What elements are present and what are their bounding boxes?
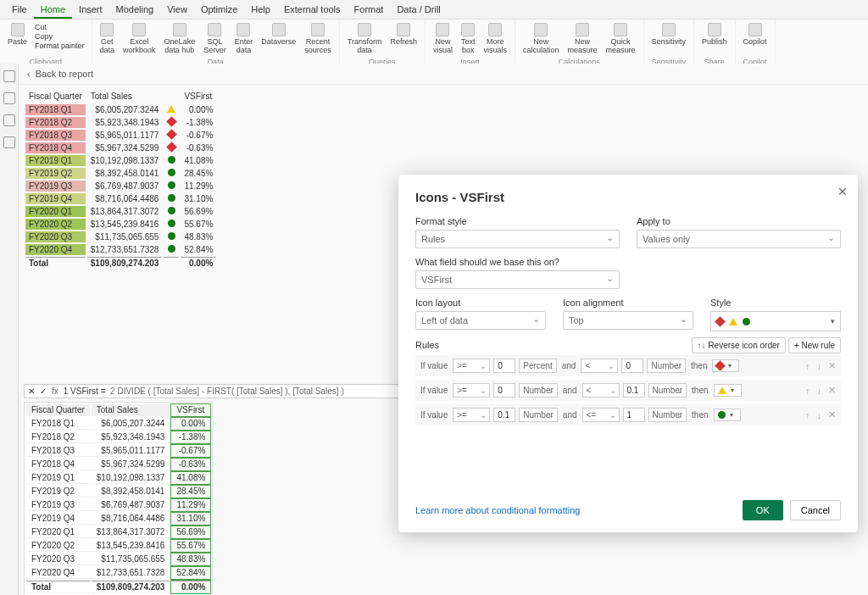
- rule-unit1-select[interactable]: Percent: [519, 359, 556, 373]
- table-row[interactable]: FY2018 Q4$5,967,324.5299-0.63%: [25, 142, 216, 153]
- model-view-icon[interactable]: [3, 114, 15, 126]
- rule-unit2-select[interactable]: Number: [648, 408, 687, 422]
- menu-item-file[interactable]: File: [5, 2, 34, 19]
- menu-item-format[interactable]: Format: [348, 2, 391, 19]
- rule-op2-select[interactable]: <=: [582, 408, 620, 422]
- ribbon-transform-data[interactable]: Transformdata: [343, 21, 387, 57]
- ribbon-sql-server[interactable]: SQLServer: [199, 21, 231, 57]
- rule-unit2-select[interactable]: Number: [648, 383, 687, 398]
- dax-view-icon[interactable]: [3, 136, 15, 148]
- rule-v1-input[interactable]: 0: [493, 383, 515, 398]
- move-down-icon[interactable]: ↓: [815, 386, 824, 396]
- table-row[interactable]: FY2018 Q2$5,923,348.1943-1.38%: [25, 117, 216, 128]
- ribbon-copilot[interactable]: Copilot: [739, 21, 771, 48]
- table-row[interactable]: FY2018 Q1$6,005,207.32440.00%: [25, 104, 216, 115]
- menu-item-datadrill[interactable]: Data / Drill: [390, 2, 447, 19]
- rule-v1-input[interactable]: 0.1: [493, 408, 515, 422]
- menu-item-modeling[interactable]: Modeling: [109, 2, 161, 19]
- menu-item-externaltools[interactable]: External tools: [277, 2, 348, 19]
- table-row[interactable]: FY2020 Q4$12,733,651.732852.84%: [25, 244, 216, 255]
- table-row[interactable]: FY2018 Q3$5,965,011.1177-0.67%: [26, 445, 210, 457]
- menu-item-home[interactable]: Home: [34, 2, 72, 19]
- ribbon-excel-workbook[interactable]: Excelworkbook: [119, 21, 160, 57]
- rule-icon-select[interactable]: [712, 359, 739, 372]
- report-view-icon[interactable]: [3, 70, 15, 82]
- delete-rule-icon[interactable]: ✕: [826, 409, 837, 420]
- formula-commit-icon[interactable]: ✓: [40, 386, 47, 396]
- ribbon-sensitivity[interactable]: Sensitivity: [648, 21, 691, 48]
- ribbon-new-visual[interactable]: Newvisual: [429, 21, 457, 57]
- delete-rule-icon[interactable]: ✕: [826, 360, 837, 371]
- copy-button[interactable]: Copy: [35, 32, 85, 41]
- rule-v2-input[interactable]: 0.1: [623, 383, 645, 398]
- table-row[interactable]: FY2020 Q1$13,864,317.307256.69%: [26, 526, 210, 538]
- table-row[interactable]: FY2020 Q2$13,545,239.841655.67%: [25, 219, 216, 230]
- rule-v2-input[interactable]: 1: [623, 408, 645, 422]
- table-view-icon[interactable]: [3, 92, 15, 104]
- rule-op1-select[interactable]: >=: [453, 408, 490, 422]
- paste-button[interactable]: Paste: [3, 21, 31, 48]
- format-style-select[interactable]: Rules: [415, 230, 620, 248]
- table-row[interactable]: FY2019 Q2$8,392,458.014128.45%: [25, 168, 216, 179]
- style-select[interactable]: [710, 311, 841, 331]
- table-row[interactable]: FY2018 Q4$5,967,324.5299-0.63%: [26, 459, 210, 470]
- rule-unit2-select[interactable]: Number: [647, 359, 686, 373]
- menu-item-insert[interactable]: Insert: [72, 2, 109, 19]
- ribbon-get-data[interactable]: Getdata: [96, 21, 120, 57]
- back-to-report-button[interactable]: Back to report: [19, 64, 868, 85]
- table-row[interactable]: FY2019 Q3$6,769,487.903711.29%: [26, 499, 210, 511]
- rule-icon-select[interactable]: [714, 384, 742, 397]
- icon-alignment-select[interactable]: Top: [563, 311, 693, 330]
- table-row[interactable]: FY2020 Q3$11,735,065.65548.83%: [25, 231, 216, 242]
- ribbon-publish[interactable]: Publish: [698, 21, 732, 48]
- column-header[interactable]: Fiscal Quarter: [26, 404, 90, 416]
- rule-op1-select[interactable]: >=: [453, 359, 490, 373]
- rule-icon-select[interactable]: [714, 409, 741, 421]
- column-header[interactable]: VSFirst: [171, 404, 210, 416]
- column-header[interactable]: Total Sales: [87, 90, 163, 103]
- move-down-icon[interactable]: ↓: [815, 361, 824, 371]
- move-down-icon[interactable]: ↓: [815, 410, 824, 420]
- table-row[interactable]: FY2020 Q4$12,733,651.732852.84%: [26, 567, 210, 579]
- ribbon-more-visuals[interactable]: Morevisuals: [479, 21, 511, 57]
- column-header[interactable]: [164, 90, 179, 103]
- rule-op2-select[interactable]: <: [581, 359, 618, 373]
- table-row[interactable]: FY2018 Q3$5,965,011.1177-0.67%: [25, 130, 216, 141]
- new-rule-button[interactable]: + New rule: [788, 337, 841, 353]
- table-row[interactable]: FY2018 Q1$6,005,207.32440.00%: [26, 418, 210, 430]
- close-icon[interactable]: ✕: [837, 185, 848, 198]
- ribbon-recent-sources[interactable]: Recentsources: [300, 21, 336, 57]
- format-painter-button[interactable]: Format painter: [35, 42, 85, 50]
- menu-item-optimize[interactable]: Optimize: [194, 2, 244, 19]
- delete-rule-icon[interactable]: ✕: [826, 385, 837, 396]
- ribbon-enter-data[interactable]: Enterdata: [231, 21, 258, 57]
- ribbon-quick-measure[interactable]: Quickmeasure: [602, 21, 640, 57]
- ok-button[interactable]: OK: [743, 500, 783, 520]
- column-header[interactable]: VSFirst: [181, 90, 216, 103]
- cancel-button[interactable]: Cancel: [790, 500, 841, 520]
- table-row[interactable]: FY2020 Q2$13,545,239.841655.67%: [26, 540, 210, 552]
- icon-layout-select[interactable]: Left of data: [415, 311, 546, 330]
- formula-bar[interactable]: ✕ ✓ fx 1 VSFirst = 2 DIVIDE ( [Total Sal…: [24, 384, 436, 398]
- move-up-icon[interactable]: ↑: [804, 410, 812, 420]
- menu-item-view[interactable]: View: [160, 2, 194, 19]
- ribbon-text-box[interactable]: Textbox: [457, 21, 480, 57]
- apply-to-select[interactable]: Values only: [637, 230, 841, 248]
- table-row[interactable]: FY2018 Q2$5,923,348.1943-1.38%: [26, 431, 210, 443]
- rule-v1-input[interactable]: 0: [493, 359, 515, 373]
- table-row[interactable]: FY2019 Q4$8,716,064.448631.10%: [26, 513, 210, 525]
- rule-unit1-select[interactable]: Number: [519, 408, 558, 422]
- ribbon-refresh[interactable]: Refresh: [386, 21, 421, 48]
- column-header[interactable]: Fiscal Quarter: [25, 90, 86, 103]
- menu-item-help[interactable]: Help: [244, 2, 277, 19]
- rule-op1-select[interactable]: >=: [453, 383, 490, 398]
- table-row[interactable]: FY2020 Q3$11,735,065.65548.83%: [26, 553, 210, 565]
- rule-v2-input[interactable]: 0: [621, 359, 643, 373]
- table-row[interactable]: FY2019 Q1$10,192,098.133741.08%: [25, 155, 216, 166]
- table-row[interactable]: FY2019 Q2$8,392,458.014128.45%: [26, 486, 210, 498]
- learn-more-link[interactable]: Learn more about conditional formatting: [415, 505, 580, 515]
- reverse-icon-order-button[interactable]: ↑↓ Reverse icon order: [692, 337, 786, 353]
- table-row[interactable]: FY2019 Q4$8,716,064.448631.10%: [25, 193, 216, 204]
- table-row[interactable]: FY2020 Q1$13,864,317.307256.69%: [25, 206, 216, 217]
- ribbon-dataverse[interactable]: Dataverse: [257, 21, 300, 48]
